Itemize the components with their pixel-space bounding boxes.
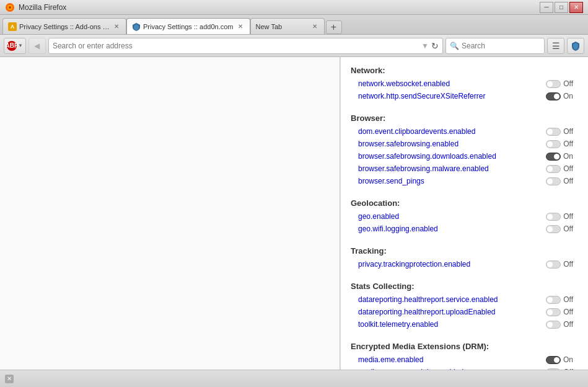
setting-name[interactable]: browser.safebrowsing.downloads.enabled bbox=[358, 152, 542, 161]
setting-name[interactable]: datareporting.healthreport.service.enabl… bbox=[358, 295, 542, 304]
toggle-label: Off bbox=[563, 260, 573, 269]
toggle-switch[interactable] bbox=[546, 128, 561, 136]
window-title: Mozilla Firefox bbox=[19, 3, 540, 12]
section-stats: Stats Collecting:datareporting.healthrep… bbox=[341, 273, 588, 333]
setting-row: datareporting.healthreport.service.enabl… bbox=[351, 293, 578, 306]
toggle-label: Off bbox=[563, 225, 573, 233]
maximize-button[interactable]: □ bbox=[555, 2, 568, 13]
tab-bar: A Privacy Settings :: Add-ons fo... ✕ Pr… bbox=[0, 15, 588, 35]
toggle-label: Off bbox=[563, 164, 573, 173]
toggle-switch[interactable] bbox=[546, 260, 561, 269]
toggle-switch[interactable] bbox=[546, 213, 561, 221]
main-area: Network:network.websocket.enabledOffnetw… bbox=[0, 57, 588, 370]
menu-button[interactable]: ☰ bbox=[547, 38, 564, 54]
tab-close-3[interactable]: ✕ bbox=[310, 22, 319, 31]
setting-row: privacy.trackingprotection.enabledOff bbox=[351, 258, 578, 270]
title-bar: Mozilla Firefox ─ □ ✕ bbox=[0, 0, 588, 15]
toggle-label: On bbox=[563, 355, 573, 364]
left-panel bbox=[0, 57, 340, 370]
section-title-browser: Browser: bbox=[351, 110, 578, 125]
setting-row: geo.enabledOff bbox=[351, 210, 578, 223]
setting-name[interactable]: datareporting.healthreport.uploadEnabled bbox=[358, 308, 542, 316]
setting-name[interactable]: browser.safebrowsing.malware.enabled bbox=[358, 164, 542, 173]
setting-row: network.http.sendSecureXSiteReferrerOn bbox=[351, 90, 578, 102]
toggle-label: Off bbox=[563, 295, 573, 304]
section-drm: Encrypted Media Extensions (DRM):media.e… bbox=[341, 333, 588, 370]
section-network: Network:network.websocket.enabledOffnetw… bbox=[341, 57, 588, 105]
toggle-label: Off bbox=[563, 308, 573, 316]
url-input[interactable] bbox=[53, 42, 419, 50]
setting-row: media.gmp-eme-adobe.enabledOff bbox=[351, 366, 578, 370]
toggle-area: Off bbox=[542, 127, 573, 136]
toggle-area: On bbox=[542, 152, 573, 161]
toggle-switch[interactable] bbox=[546, 225, 561, 233]
toggle-switch[interactable] bbox=[546, 296, 561, 304]
setting-name[interactable]: browser.send_pings bbox=[358, 177, 542, 185]
abp-button[interactable]: ABP ▼ bbox=[4, 38, 26, 54]
toggle-switch[interactable] bbox=[546, 92, 561, 100]
toggle-switch[interactable] bbox=[546, 321, 561, 329]
tab-privacy-addons[interactable]: A Privacy Settings :: Add-ons fo... ✕ bbox=[2, 18, 126, 34]
new-tab-button[interactable]: + bbox=[326, 20, 342, 34]
setting-name[interactable]: media.eme.enabled bbox=[358, 355, 542, 364]
setting-name[interactable]: geo.wifi.logging.enabled bbox=[358, 225, 542, 233]
url-bar: ▼ ↻ bbox=[48, 38, 443, 54]
abp-icon: ABP bbox=[7, 41, 17, 51]
setting-name[interactable]: dom.event.clipboardevents.enabled bbox=[358, 127, 542, 136]
setting-name[interactable]: browser.safebrowsing.enabled bbox=[358, 140, 542, 148]
toggle-switch[interactable] bbox=[546, 80, 561, 88]
tab-favicon-2 bbox=[132, 22, 141, 31]
setting-name[interactable]: toolkit.telemetry.enabled bbox=[358, 320, 542, 329]
close-button[interactable]: ✕ bbox=[569, 2, 583, 13]
refresh-icon[interactable]: ↻ bbox=[431, 41, 439, 51]
section-geolocation: Geolocation:geo.enabledOffgeo.wifi.loggi… bbox=[341, 190, 588, 238]
abp-label: ABP bbox=[5, 42, 18, 49]
setting-name[interactable]: privacy.trackingprotection.enabled bbox=[358, 260, 542, 269]
firefox-icon bbox=[5, 2, 15, 12]
toggle-area: Off bbox=[542, 225, 573, 233]
setting-row: dom.event.clipboardevents.enabledOff bbox=[351, 125, 578, 138]
toggle-area: On bbox=[542, 92, 573, 100]
tab-privacy-addon-com[interactable]: Privacy Settings :: add0n.com ✕ bbox=[126, 18, 250, 34]
minimize-button[interactable]: ─ bbox=[540, 2, 553, 13]
tab-close-1[interactable]: ✕ bbox=[112, 22, 121, 31]
setting-name[interactable]: network.http.sendSecureXSiteReferrer bbox=[358, 92, 542, 100]
svg-text:A: A bbox=[11, 24, 15, 30]
nav-bar: ABP ▼ ◀ ▼ ↻ 🔍 ☰ bbox=[0, 35, 588, 57]
abp-dropdown-icon: ▼ bbox=[18, 43, 23, 48]
svg-point-2 bbox=[9, 6, 11, 9]
back-button[interactable]: ◀ bbox=[29, 38, 46, 54]
tab-close-2[interactable]: ✕ bbox=[236, 22, 245, 31]
toggle-area: On bbox=[542, 355, 573, 364]
tab-new-tab[interactable]: New Tab ✕ bbox=[250, 18, 325, 34]
setting-name[interactable]: geo.enabled bbox=[358, 212, 542, 221]
toggle-switch[interactable] bbox=[546, 165, 561, 173]
toggle-switch[interactable] bbox=[546, 308, 561, 316]
toggle-switch[interactable] bbox=[546, 140, 561, 148]
status-close-button[interactable]: ✕ bbox=[5, 375, 14, 383]
window-controls: ─ □ ✕ bbox=[540, 2, 583, 13]
toggle-label: Off bbox=[563, 212, 573, 221]
search-input[interactable] bbox=[462, 42, 540, 50]
search-bar: 🔍 bbox=[445, 38, 545, 54]
setting-name[interactable]: network.websocket.enabled bbox=[358, 79, 542, 88]
toggle-area: Off bbox=[542, 79, 573, 88]
toggle-label: Off bbox=[563, 140, 573, 148]
setting-name[interactable]: media.gmp-eme-adobe.enabled bbox=[358, 368, 542, 370]
toggle-switch[interactable] bbox=[546, 177, 561, 185]
section-title-stats: Stats Collecting: bbox=[351, 278, 578, 293]
setting-row: media.eme.enabledOn bbox=[351, 354, 578, 366]
search-icon: 🔍 bbox=[450, 42, 459, 50]
settings-panel: Network:network.websocket.enabledOffnetw… bbox=[340, 57, 588, 370]
toggle-label: Off bbox=[563, 79, 573, 88]
tab-label-1: Privacy Settings :: Add-ons fo... bbox=[19, 23, 110, 30]
toggle-switch[interactable] bbox=[546, 153, 561, 161]
toggle-label: Off bbox=[563, 320, 573, 329]
url-dropdown-icon[interactable]: ▼ bbox=[421, 42, 429, 50]
toggle-switch[interactable] bbox=[546, 368, 561, 370]
shield-button[interactable] bbox=[567, 38, 584, 54]
toggle-switch[interactable] bbox=[546, 356, 561, 364]
toggle-area: Off bbox=[542, 295, 573, 304]
toggle-label: On bbox=[563, 92, 573, 100]
toggle-area: Off bbox=[542, 320, 573, 329]
